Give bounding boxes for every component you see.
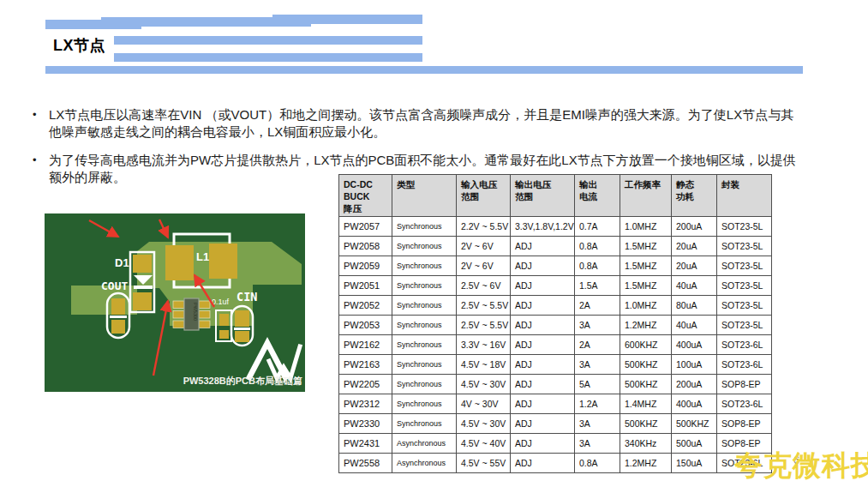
table-cell: PW2051 xyxy=(339,276,392,296)
cap-pad-bottom xyxy=(219,330,229,339)
table-cell: ADJ xyxy=(511,355,575,375)
table-cell: SOT23-5L xyxy=(717,256,772,276)
cout-divider xyxy=(110,316,127,318)
table-cell: 1.0MHZ xyxy=(620,217,672,237)
table-row: PW2431Asynchronous4.5V ~ 40VADJ3A340KHz5… xyxy=(339,434,772,454)
table-cell: PW2330 xyxy=(339,414,392,434)
table-cell: PW2059 xyxy=(339,256,392,276)
table-cell: ADJ xyxy=(511,316,575,335)
table-cell: 400uA xyxy=(672,335,717,355)
table-cell: ADJ xyxy=(511,414,575,434)
table-cell: 1.5MHZ xyxy=(620,276,672,296)
table-cell: 4.5V ~ 30V xyxy=(457,375,511,394)
table-cell: SOT23-6L xyxy=(717,335,772,355)
table-cell: SOT23-6L xyxy=(717,355,772,375)
table-cell: 0.8A xyxy=(575,237,620,256)
ic-pin xyxy=(199,311,210,319)
table-cell: Synchronous xyxy=(392,276,457,296)
table-cell: 500KHZ xyxy=(620,355,672,375)
table-cell: PW2558 xyxy=(339,454,392,473)
table-cell: 500KHZ xyxy=(620,375,672,394)
table-cell: 500uA xyxy=(672,434,717,454)
table-cell: 2V ~ 6V xyxy=(457,237,511,256)
table-cell: SOT23-5L xyxy=(717,296,772,316)
table-row: PW2163Synchronous4.5V ~ 18VADJ3A500KHZ10… xyxy=(339,355,772,375)
bullet-text: LX节点电压以高速率在VIN （或VOUT）和地之间摆动。该节点富含高频噪声成分… xyxy=(49,107,793,139)
table-cell: 3A xyxy=(575,434,620,454)
table-cell: 150uA xyxy=(672,454,717,473)
table-cell: SOT23-6L xyxy=(717,394,772,414)
table-cell: 0.8A xyxy=(575,256,620,276)
table-cell: Synchronous xyxy=(392,394,457,414)
table-header-cell: 静态 功耗 xyxy=(672,175,717,217)
table-cell: 1.5A xyxy=(575,276,620,296)
page-title: LX节点 xyxy=(53,35,105,56)
table-cell: 2.5V ~ 6V xyxy=(457,276,511,296)
table-row: PW2053Synchronous2.5V ~ 5.5VADJ3A1.2MHZ4… xyxy=(339,316,772,335)
table-cell: 3A xyxy=(575,355,620,375)
table-row: PW2057Synchronous2.2V ~ 5.5V3.3V,1.8V,1.… xyxy=(339,217,772,237)
pcb-layout-image: L1 D1 COUT PW5300 0.1uf CIN PW5328B的PCB布… xyxy=(45,213,305,392)
table-cell: ADJ xyxy=(511,434,575,454)
table-cell: PW2052 xyxy=(339,296,392,316)
table-cell: ADJ xyxy=(511,237,575,256)
table-header-cell: 工作频率 xyxy=(620,175,672,217)
header-bar-segment xyxy=(114,53,422,62)
d1-label: D1 xyxy=(115,256,129,269)
table-cell: Synchronous xyxy=(392,355,457,375)
table-cell: SOT23-5L xyxy=(717,276,772,296)
table-header-cell: 类型 xyxy=(392,175,457,217)
table-cell: 2A xyxy=(575,296,620,316)
ic-pin xyxy=(199,301,210,309)
table-cell: ADJ xyxy=(511,335,575,355)
table-cell: 1.2MHZ xyxy=(620,316,672,335)
table-row: PW2059Synchronous2V ~ 6VADJ0.8A1.5MHZ20u… xyxy=(339,256,772,276)
l1-pad-left xyxy=(165,245,194,280)
cin-label: CIN xyxy=(236,290,257,304)
table-row: PW2330Synchronous4.5V ~ 30VADJ3A500KHZ50… xyxy=(339,414,772,434)
table-cell: 1.0MHZ xyxy=(620,296,672,316)
table-cell: Synchronous xyxy=(392,237,457,256)
cap-pad-top xyxy=(219,314,229,326)
table-cell: 2V ~ 6V xyxy=(457,256,511,276)
table-cell: 1.2A xyxy=(575,394,620,414)
cout-pad-top xyxy=(111,298,125,315)
table-cell: 20uA xyxy=(672,256,717,276)
ic-pin xyxy=(173,321,184,328)
table-cell: 4.5V ~ 55V xyxy=(457,454,511,473)
table-cell: 4V ~ 30V xyxy=(457,394,511,414)
table-cell: 2A xyxy=(575,335,620,355)
table-cell: 2.2V ~ 5.5V xyxy=(457,217,511,237)
table-cell: 1.4MHZ xyxy=(620,394,672,414)
table-cell: PW2057 xyxy=(339,217,392,237)
table-cell: Synchronous xyxy=(392,316,457,335)
table-cell: SOT23-5L xyxy=(717,316,772,335)
table-cell: Asynchronous xyxy=(392,454,457,473)
table-cell: 3.3V ~ 16V xyxy=(457,335,511,355)
l1-label: L1 xyxy=(196,250,209,263)
table-cell: 0.8A xyxy=(575,454,620,473)
table-cell: 200uA xyxy=(672,217,717,237)
table-cell: SOT23-5L xyxy=(717,217,772,237)
table-header-cell: 封装 xyxy=(717,175,772,217)
table-cell: 40uA xyxy=(672,316,717,335)
table-cell: Synchronous xyxy=(392,335,457,355)
table-cell: 340KHz xyxy=(620,434,672,454)
table-row: PW2205Synchronous4.5V ~ 30VADJ5A500KHZ20… xyxy=(339,375,772,394)
table-cell: PW2058 xyxy=(339,237,392,256)
table-cell: Asynchronous xyxy=(392,434,457,454)
table-cell: 20uA xyxy=(672,237,717,256)
cout-pad-bottom xyxy=(111,320,125,334)
table-cell: 500KHZ xyxy=(620,414,672,434)
table-cell: 2.5V ~ 5.5V xyxy=(457,296,511,316)
table-cell: Synchronous xyxy=(392,414,457,434)
ic-pin xyxy=(173,311,184,319)
table-cell: 600KHZ xyxy=(620,335,672,355)
table-cell: 3.3V,1.8V,1.2V xyxy=(511,217,575,237)
table-row: PW2312Synchronous4V ~ 30VADJ1.2A1.4MHZ40… xyxy=(339,394,772,414)
table-cell: ADJ xyxy=(511,296,575,316)
table-cell: 3A xyxy=(575,316,620,335)
table-cell: 4.5V ~ 18V xyxy=(457,355,511,375)
table-cell: Synchronous xyxy=(392,256,457,276)
table-cell: 40uA xyxy=(672,276,717,296)
